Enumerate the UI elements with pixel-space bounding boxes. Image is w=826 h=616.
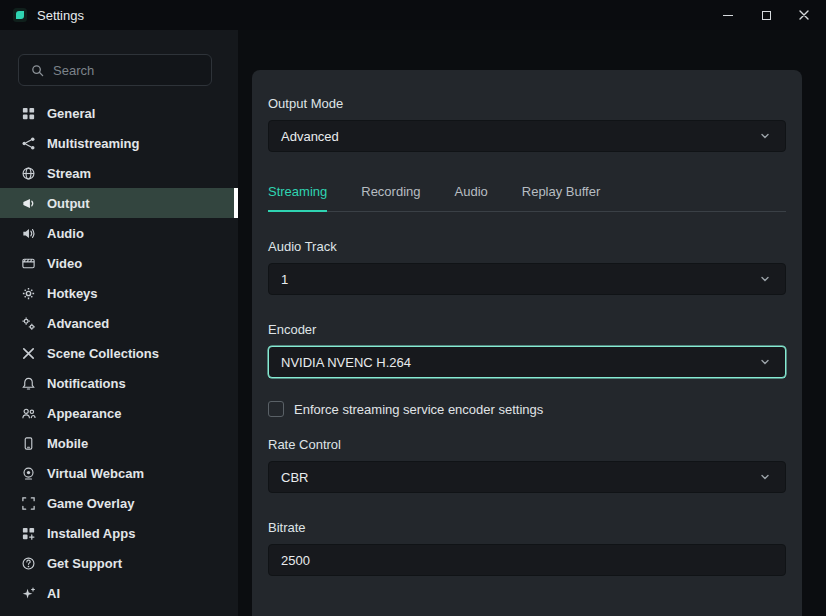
sidebar-item-label: Video — [47, 256, 82, 271]
output-mode-select[interactable]: Advanced — [268, 120, 786, 152]
multistream-icon — [20, 135, 36, 151]
support-icon — [20, 555, 36, 571]
tab-audio[interactable]: Audio — [455, 184, 488, 211]
sidebar-item-virtual-webcam[interactable]: Virtual Webcam — [0, 458, 238, 488]
chevron-down-icon — [757, 271, 773, 287]
sidebar-item-hotkeys[interactable]: Hotkeys — [0, 278, 238, 308]
apps-icon — [20, 525, 36, 541]
video-icon — [20, 255, 36, 271]
titlebar: Settings — [0, 0, 826, 30]
sidebar-item-scene-collections[interactable]: Scene Collections — [0, 338, 238, 368]
sidebar-item-appearance[interactable]: Appearance — [0, 398, 238, 428]
enforce-encoder-settings-checkbox[interactable] — [268, 401, 284, 417]
window-controls — [722, 9, 814, 21]
tab-streaming[interactable]: Streaming — [268, 184, 327, 211]
sidebar-item-label: Multistreaming — [47, 136, 139, 151]
audio-track-select[interactable]: 1 — [268, 263, 786, 295]
sidebar-item-ai[interactable]: AI — [0, 578, 238, 608]
encoder-label: Encoder — [268, 322, 786, 337]
mobile-icon — [20, 435, 36, 451]
sidebar-item-mobile[interactable]: Mobile — [0, 428, 238, 458]
sidebar-item-label: Appearance — [47, 406, 121, 421]
sidebar-item-label: Scene Collections — [47, 346, 159, 361]
close-icon[interactable] — [798, 9, 810, 21]
grid-icon — [20, 105, 36, 121]
sidebar-item-stream[interactable]: Stream — [0, 158, 238, 188]
sidebar-item-label: Mobile — [47, 436, 88, 451]
search-box[interactable] — [18, 54, 212, 86]
sidebar-item-installed-apps[interactable]: Installed Apps — [0, 518, 238, 548]
sidebar-item-audio[interactable]: Audio — [0, 218, 238, 248]
maximize-icon[interactable] — [760, 9, 772, 21]
sidebar-item-label: Notifications — [47, 376, 126, 391]
output-settings-panel: Output Mode Advanced Streaming Recording… — [252, 70, 802, 616]
sidebar-item-label: Hotkeys — [47, 286, 98, 301]
chevron-down-icon — [757, 354, 773, 370]
output-mode-label: Output Mode — [268, 96, 786, 111]
audio-track-group: Audio Track 1 — [268, 239, 786, 295]
bitrate-group: Bitrate — [268, 520, 786, 576]
bitrate-label: Bitrate — [268, 520, 786, 535]
output-tabs: Streaming Recording Audio Replay Buffer — [268, 184, 786, 212]
search-input[interactable] — [53, 63, 201, 78]
output-icon — [20, 195, 36, 211]
encoder-group: Encoder NVIDIA NVENC H.264 — [268, 322, 786, 378]
sidebar-item-label: Stream — [47, 166, 91, 181]
rate-control-select[interactable]: CBR — [268, 461, 786, 493]
sidebar-item-output[interactable]: Output — [0, 188, 238, 218]
tab-replay-buffer[interactable]: Replay Buffer — [522, 184, 601, 211]
sidebar-item-label: Get Support — [47, 556, 122, 571]
gears-icon — [20, 315, 36, 331]
settings-main: Output Mode Advanced Streaming Recording… — [238, 30, 826, 616]
sidebar-item-notifications[interactable]: Notifications — [0, 368, 238, 398]
window-title: Settings — [37, 8, 84, 23]
bell-icon — [20, 375, 36, 391]
gear-icon — [20, 285, 36, 301]
sidebar-item-label: Virtual Webcam — [47, 466, 144, 481]
globe-icon — [20, 165, 36, 181]
sidebar-item-label: Game Overlay — [47, 496, 134, 511]
rate-control-label: Rate Control — [268, 437, 786, 452]
output-mode-group: Output Mode Advanced — [268, 96, 786, 152]
sidebar-item-label: General — [47, 106, 95, 121]
chevron-down-icon — [757, 128, 773, 144]
output-mode-value: Advanced — [281, 129, 339, 144]
tab-recording[interactable]: Recording — [361, 184, 420, 211]
sidebar-item-label: Installed Apps — [47, 526, 135, 541]
enforce-encoder-settings-label: Enforce streaming service encoder settin… — [294, 402, 543, 417]
chevron-down-icon — [757, 469, 773, 485]
sidebar-item-advanced[interactable]: Advanced — [0, 308, 238, 338]
sparkle-icon — [20, 585, 36, 601]
enforce-encoder-settings-row: Enforce streaming service encoder settin… — [268, 401, 786, 417]
sidebar-item-label: AI — [47, 586, 60, 601]
sidebar-nav: General Multistreaming Stream — [0, 98, 238, 608]
sidebar-item-general[interactable]: General — [0, 98, 238, 128]
streamlabs-logo — [12, 7, 28, 23]
encoder-select[interactable]: NVIDIA NVENC H.264 — [268, 346, 786, 378]
webcam-icon — [20, 465, 36, 481]
sidebar-item-label: Output — [47, 196, 90, 211]
bitrate-field — [268, 544, 786, 576]
users-icon — [20, 405, 36, 421]
sidebar-item-label: Audio — [47, 226, 84, 241]
settings-window: General Multistreaming Stream — [0, 30, 826, 616]
minimize-icon[interactable] — [722, 9, 734, 21]
overlay-icon — [20, 495, 36, 511]
sidebar-item-label: Advanced — [47, 316, 109, 331]
speaker-icon — [20, 225, 36, 241]
audio-track-label: Audio Track — [268, 239, 786, 254]
rate-control-group: Rate Control CBR — [268, 437, 786, 493]
sidebar-item-multistreaming[interactable]: Multistreaming — [0, 128, 238, 158]
settings-sidebar: General Multistreaming Stream — [0, 30, 238, 616]
bitrate-input[interactable] — [281, 553, 773, 568]
sidebar-item-get-support[interactable]: Get Support — [0, 548, 238, 578]
scene-collections-icon — [20, 345, 36, 361]
encoder-value: NVIDIA NVENC H.264 — [281, 355, 411, 370]
audio-track-value: 1 — [281, 272, 288, 287]
sidebar-item-video[interactable]: Video — [0, 248, 238, 278]
search-icon — [29, 62, 45, 78]
sidebar-item-game-overlay[interactable]: Game Overlay — [0, 488, 238, 518]
rate-control-value: CBR — [281, 470, 308, 485]
